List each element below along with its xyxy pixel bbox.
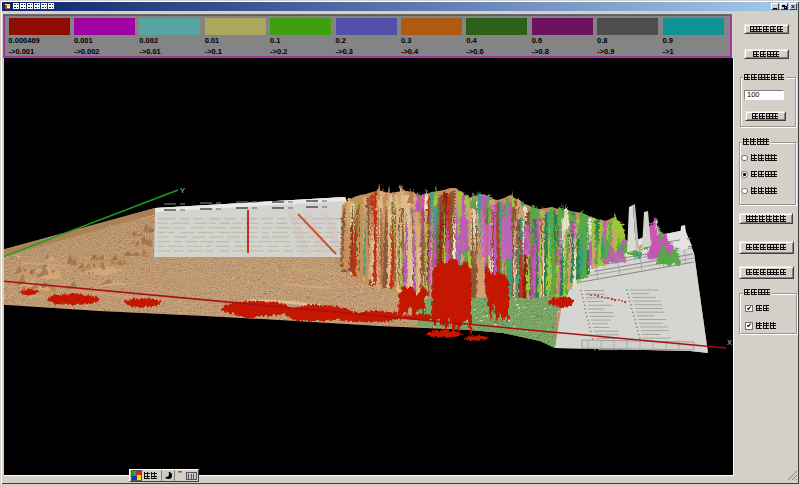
svg-text:Y: Y — [180, 186, 185, 195]
svg-text:X: X — [727, 338, 732, 347]
